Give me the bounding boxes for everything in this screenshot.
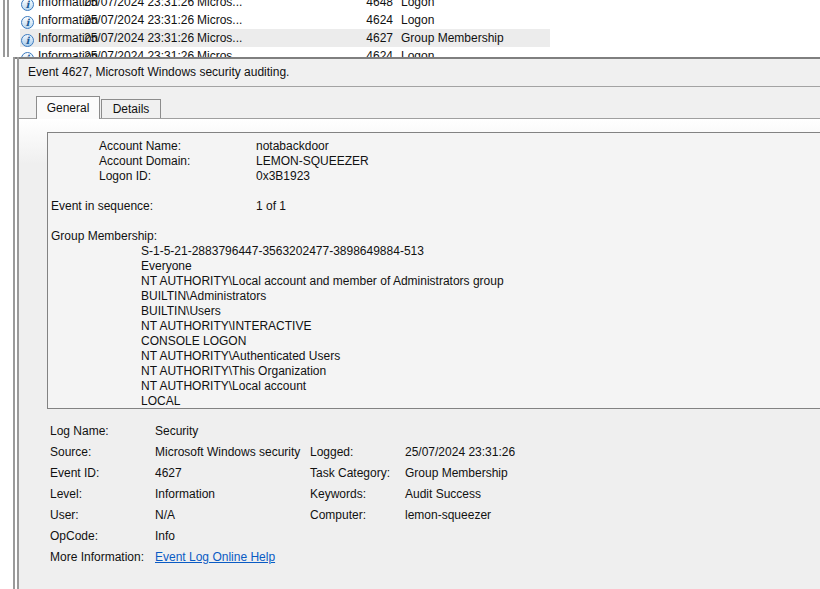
event-row[interactable]: i Information 25/07/2024 23:31:26 Micros… bbox=[0, 0, 820, 11]
detail-label: Source: bbox=[50, 442, 91, 463]
event-id: 4627 bbox=[348, 29, 393, 47]
detail-label: More Information: bbox=[50, 547, 144, 568]
event-row[interactable]: i Information 25/07/2024 23:31:26 Micros… bbox=[0, 47, 820, 57]
detail-value: Microsoft Windows security bbox=[155, 442, 300, 463]
group-item: BUILTIN\Administrators bbox=[141, 289, 266, 304]
detail-value: Group Membership bbox=[405, 463, 508, 484]
event-row-selected[interactable]: i Information 25/07/2024 23:31:26 Micros… bbox=[0, 29, 820, 47]
event-source: Micros... bbox=[197, 11, 242, 29]
field-label: Logon ID: bbox=[99, 169, 151, 184]
detail-row: OpCode: Info bbox=[19, 526, 820, 547]
event-task-category: Logon bbox=[401, 11, 434, 29]
detail-value: Information bbox=[155, 484, 215, 505]
detail-value: N/A bbox=[155, 505, 175, 526]
group-sid: S-1-5-21-2883796447-3563202477-389864988… bbox=[141, 244, 424, 259]
detail-label: Logged: bbox=[310, 442, 353, 463]
detail-value: lemon-squeezer bbox=[405, 505, 491, 526]
detail-label: OpCode: bbox=[50, 526, 98, 547]
field-value: notabackdoor bbox=[256, 139, 329, 154]
preview-pane-border bbox=[13, 57, 15, 589]
group-item: Everyone bbox=[141, 259, 192, 274]
information-icon: i bbox=[21, 16, 34, 29]
event-task-category: Group Membership bbox=[401, 29, 504, 47]
group-membership-label: Group Membership: bbox=[51, 229, 157, 244]
detail-row: Source: Microsoft Windows security Logge… bbox=[19, 442, 820, 463]
event-id: 4624 bbox=[348, 47, 393, 57]
group-item: LOCAL bbox=[141, 394, 180, 409]
event-task-category: Logon bbox=[401, 47, 434, 57]
group-item: NT AUTHORITY\INTERACTIVE bbox=[141, 319, 311, 334]
detail-label: Keywords: bbox=[310, 484, 366, 505]
detail-value: Audit Success bbox=[405, 484, 481, 505]
detail-value: 4627 bbox=[155, 463, 182, 484]
detail-value: Security bbox=[155, 421, 198, 442]
information-icon: i bbox=[21, 0, 34, 11]
detail-label: Event ID: bbox=[50, 463, 99, 484]
detail-row: Event ID: 4627 Task Category: Group Memb… bbox=[19, 463, 820, 484]
event-datetime: 25/07/2024 23:31:26 bbox=[84, 0, 194, 11]
event-row[interactable]: i Information 25/07/2024 23:31:26 Micros… bbox=[0, 11, 820, 29]
event-log-online-help-link[interactable]: Event Log Online Help bbox=[155, 550, 275, 564]
field-value: 0x3B1923 bbox=[256, 169, 310, 184]
detail-row: Log Name: Security bbox=[19, 421, 820, 442]
event-datetime: 25/07/2024 23:31:26 bbox=[84, 11, 194, 29]
detail-label: Computer: bbox=[310, 505, 366, 526]
detail-label: User: bbox=[50, 505, 79, 526]
event-description-box[interactable]: Account Name: notabackdoor Account Domai… bbox=[47, 132, 820, 409]
tab-details[interactable]: Details bbox=[101, 99, 161, 119]
group-item: BUILTIN\Users bbox=[141, 304, 221, 319]
event-id: 4648 bbox=[348, 0, 393, 11]
event-id: 4624 bbox=[348, 11, 393, 29]
detail-row: Level: Information Keywords: Audit Succe… bbox=[19, 484, 820, 505]
event-datetime: 25/07/2024 23:31:26 bbox=[84, 47, 194, 57]
general-tab-page: Account Name: notabackdoor Account Domai… bbox=[19, 118, 820, 589]
field-value: LEMON-SQUEEZER bbox=[256, 154, 369, 169]
group-item: NT AUTHORITY\Local account and member of… bbox=[141, 274, 504, 289]
field-value: 1 of 1 bbox=[256, 199, 286, 214]
detail-label: Level: bbox=[50, 484, 82, 505]
event-source: Micros... bbox=[197, 29, 242, 47]
pane-splitter-line bbox=[3, 0, 5, 57]
field-label: Account Domain: bbox=[99, 154, 190, 169]
event-source: Micros... bbox=[197, 0, 242, 11]
detail-value: 25/07/2024 23:31:26 bbox=[405, 442, 515, 463]
detail-row: User: N/A Computer: lemon-squeezer bbox=[19, 505, 820, 526]
group-item: NT AUTHORITY\Local account bbox=[141, 379, 306, 394]
event-source: Micros... bbox=[197, 47, 242, 57]
detail-value: Info bbox=[155, 526, 175, 547]
field-label: Event in sequence: bbox=[51, 199, 153, 214]
detail-label: Task Category: bbox=[310, 463, 390, 484]
pane-splitter-line bbox=[7, 0, 9, 57]
event-datetime: 25/07/2024 23:31:26 bbox=[84, 29, 194, 47]
tab-general[interactable]: General bbox=[36, 96, 100, 119]
group-item: NT AUTHORITY\Authenticated Users bbox=[141, 349, 340, 364]
event-task-category: Logon bbox=[401, 0, 434, 11]
event-list[interactable]: i Information 25/07/2024 23:31:26 Micros… bbox=[0, 0, 820, 57]
detail-row: More Information: Event Log Online Help bbox=[19, 547, 820, 568]
group-item: CONSOLE LOGON bbox=[141, 334, 246, 349]
preview-pane-title: Event 4627, Microsoft Windows security a… bbox=[19, 59, 820, 87]
field-label: Account Name: bbox=[99, 139, 181, 154]
group-item: NT AUTHORITY\This Organization bbox=[141, 364, 326, 379]
information-icon: i bbox=[21, 34, 34, 47]
detail-label: Log Name: bbox=[50, 421, 109, 442]
